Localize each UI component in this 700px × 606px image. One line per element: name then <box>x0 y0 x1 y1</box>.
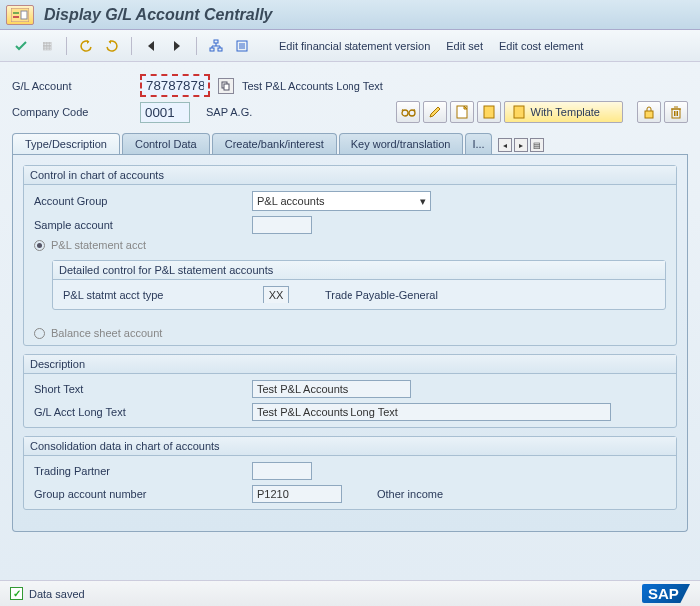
svg-rect-5 <box>210 48 214 51</box>
document-icon[interactable]: ▦ <box>36 35 58 57</box>
group-title: Control in chart of accounts <box>24 166 676 185</box>
tab-overflow[interactable]: I... <box>465 133 491 154</box>
balance-sheet-radio[interactable]: Balance sheet account <box>34 327 666 339</box>
glasses-icon[interactable] <box>396 101 420 123</box>
svg-rect-17 <box>514 106 524 118</box>
tab-type-description[interactable]: Type/Description <box>12 133 120 154</box>
pl-radio-label: P&L statement acct <box>51 239 146 251</box>
group-control-chart: Control in chart of accounts Account Gro… <box>23 165 677 346</box>
prev-icon[interactable] <box>140 35 162 57</box>
tab-list-icon[interactable]: ▤ <box>530 138 544 152</box>
pl-type-label: P&L statmt acct type <box>63 289 255 301</box>
gl-account-input[interactable] <box>140 74 210 97</box>
company-name: SAP A.G. <box>206 106 252 118</box>
group-account-desc: Other income <box>377 488 443 500</box>
hierarchy-icon[interactable] <box>205 35 227 57</box>
copy-page-icon[interactable] <box>477 101 501 123</box>
company-code-input[interactable] <box>140 102 190 123</box>
sample-account-label: Sample account <box>34 219 244 231</box>
trash-icon[interactable] <box>664 101 688 123</box>
detail-pl-title: Detailed control for P&L statement accou… <box>53 261 665 280</box>
edit-fsv-link[interactable]: Edit financial statement version <box>273 37 436 55</box>
group-consolidation: Consolidation data in chart of accounts … <box>23 436 677 510</box>
check-icon[interactable] <box>10 35 32 57</box>
trading-partner-input[interactable] <box>252 462 312 480</box>
gl-lookup-icon[interactable] <box>218 78 234 94</box>
tab-control-data[interactable]: Control Data <box>122 133 210 154</box>
edit-pencil-icon[interactable] <box>423 101 447 123</box>
tab-scroll-left-icon[interactable]: ◂ <box>498 138 512 152</box>
list-icon[interactable] <box>231 35 253 57</box>
tab-scroll-right-icon[interactable]: ▸ <box>514 138 528 152</box>
group-description: Description Short Text G/L Acct Long Tex… <box>23 354 677 428</box>
account-group-select[interactable]: P&L accounts ▾ <box>252 191 431 211</box>
trading-partner-label: Trading Partner <box>34 465 244 477</box>
with-template-button[interactable]: With Template <box>504 101 624 123</box>
pl-statement-radio[interactable]: P&L statement acct <box>34 239 666 251</box>
company-code-label: Company Code <box>12 106 132 118</box>
with-template-label: With Template <box>531 106 601 118</box>
svg-rect-2 <box>13 16 19 18</box>
account-group-value: P&L accounts <box>257 195 324 207</box>
tab-keyword-translation[interactable]: Key word/translation <box>339 133 464 154</box>
long-text-label: G/L Acct Long Text <box>34 406 244 418</box>
svg-rect-4 <box>214 40 218 43</box>
svg-rect-3 <box>21 11 27 19</box>
redo-icon[interactable] <box>101 35 123 57</box>
svg-point-14 <box>409 110 415 116</box>
edit-set-link[interactable]: Edit set <box>440 37 489 55</box>
lock-icon[interactable] <box>637 101 661 123</box>
short-text-label: Short Text <box>34 383 244 395</box>
group-title: Consolidation data in chart of accounts <box>24 437 676 456</box>
svg-rect-6 <box>218 48 222 51</box>
gl-account-label: G/L Account <box>12 80 132 92</box>
sap-logo: SAP <box>642 584 690 603</box>
detail-pl-box: Detailed control for P&L statement accou… <box>52 260 666 310</box>
next-icon[interactable] <box>166 35 188 57</box>
new-page-icon[interactable] <box>450 101 474 123</box>
short-text-input[interactable] <box>252 380 411 398</box>
group-title: Description <box>24 355 676 374</box>
chevron-down-icon: ▾ <box>420 195 426 208</box>
page-title: Display G/L Account Centrally <box>44 6 273 24</box>
svg-point-13 <box>402 110 408 116</box>
bs-radio-label: Balance sheet account <box>51 327 162 339</box>
tab-create-bank-interest[interactable]: Create/bank/interest <box>212 133 337 154</box>
group-account-input[interactable] <box>252 485 342 503</box>
pl-type-desc: Trade Payable-General <box>325 289 438 301</box>
svg-rect-1 <box>13 12 19 14</box>
svg-rect-12 <box>224 84 229 90</box>
edit-cost-link[interactable]: Edit cost element <box>493 37 589 55</box>
undo-icon[interactable] <box>75 35 97 57</box>
template-page-icon <box>513 105 525 119</box>
group-account-label: Group account number <box>34 488 244 500</box>
success-check-icon: ✓ <box>10 587 23 600</box>
svg-rect-16 <box>484 106 494 118</box>
app-icon <box>6 5 34 25</box>
gl-long-text: Test P&L Accounts Long Text <box>242 80 383 92</box>
long-text-input[interactable] <box>252 403 611 421</box>
pl-type-input[interactable] <box>263 286 289 303</box>
svg-rect-18 <box>645 111 653 118</box>
status-message: Data saved <box>29 588 85 600</box>
account-group-label: Account Group <box>34 195 244 207</box>
sample-account-input[interactable] <box>252 216 312 234</box>
